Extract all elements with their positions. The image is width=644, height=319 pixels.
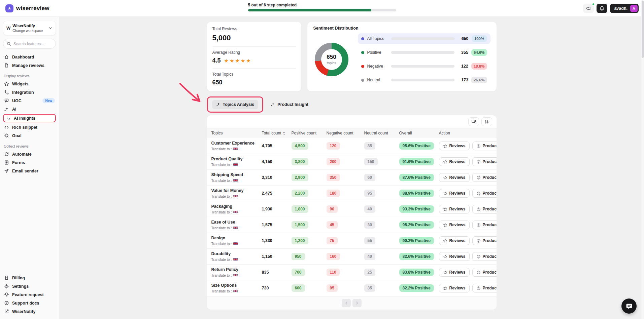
negative-count-pill: 45 <box>327 221 338 229</box>
uk-flag-icon <box>233 163 238 166</box>
total-count: 1,330 <box>262 238 292 243</box>
uk-flag-icon <box>233 195 238 198</box>
products-button[interactable]: Products <box>472 252 497 261</box>
support-chat-button[interactable] <box>621 298 637 314</box>
sidebar-item-settings[interactable]: Settings <box>3 282 56 290</box>
search-input[interactable] <box>13 42 52 46</box>
sidebar-item-wisernotify[interactable]: WiserNotify <box>3 307 56 316</box>
code-icon <box>4 125 9 130</box>
products-button[interactable]: Products <box>472 221 497 229</box>
products-button[interactable]: Products <box>472 142 497 150</box>
tab-topics-analysis[interactable]: Topics Analysis <box>212 100 259 109</box>
sidebar-item-ai-insights[interactable]: AI Insights <box>5 115 54 122</box>
avatar: A <box>630 5 638 12</box>
sentiment-label: Positive <box>367 50 388 55</box>
chevron-right-icon <box>355 301 359 305</box>
sentiment-label: All Topics <box>367 36 388 41</box>
onboarding-progress: 5 out of 6 step completed <box>248 3 396 11</box>
target-circle-icon <box>476 270 481 275</box>
workspace-logo: W <box>6 26 10 31</box>
col-total-count[interactable]: Total count <box>262 131 292 135</box>
uk-flag-icon <box>233 274 238 277</box>
sidebar-item-billing[interactable]: Billing <box>3 274 56 282</box>
reviews-button[interactable]: Reviews <box>439 268 470 277</box>
products-button[interactable]: Products <box>472 205 497 213</box>
target-circle-icon <box>476 239 481 243</box>
products-button[interactable]: Products <box>472 236 497 245</box>
products-button[interactable]: Products <box>472 189 497 198</box>
sidebar-item-manage-reviews[interactable]: Manage reviews <box>3 61 56 70</box>
reviews-button[interactable]: Reviews <box>439 142 470 150</box>
total-reviews-label: Total Reviews <box>212 27 296 31</box>
reviews-button[interactable]: Reviews <box>439 173 470 182</box>
table-search-filter-button[interactable] <box>468 117 479 126</box>
products-button[interactable]: Products <box>472 157 497 166</box>
reviews-button[interactable]: Reviews <box>439 284 470 292</box>
total-count: 835 <box>262 270 292 275</box>
topic-cell: Shipping Speed Translate to : <box>211 172 262 183</box>
workspace-switcher[interactable]: W WiserNotify Change workspace <box>3 21 56 35</box>
uk-flag-icon <box>233 242 238 245</box>
table-row: Shipping Speed Translate to : 3,310 2,90… <box>207 170 497 186</box>
negative-count-pill: 110 <box>327 269 340 276</box>
workspace-texts: WiserNotify Change workspace <box>12 24 46 33</box>
sidebar-item-goal[interactable]: Goal <box>3 131 56 140</box>
negative-count-pill: 350 <box>327 174 340 181</box>
table-sort-button[interactable] <box>481 117 492 126</box>
legend-bullet-icon <box>361 37 364 40</box>
total-count: 2,475 <box>262 191 292 196</box>
sidebar-item-email-sender[interactable]: Email sender <box>3 167 56 175</box>
scrollbar[interactable] <box>641 0 644 319</box>
donut-center: 650 topics <box>321 49 342 70</box>
translate-label: Translate to : <box>211 226 232 230</box>
notifications-button[interactable] <box>597 4 607 13</box>
reviews-button[interactable]: Reviews <box>439 157 470 166</box>
legend-bullet-icon <box>361 65 364 68</box>
reviews-button[interactable]: Reviews <box>439 252 470 261</box>
bulb-icon <box>4 292 9 297</box>
sidebar-item-integration[interactable]: Integration <box>3 88 56 96</box>
reviews-button[interactable]: Reviews <box>439 221 470 229</box>
sidebar-item-ai[interactable]: AI <box>3 105 56 113</box>
sentiment-legend: All Topics 650 100% Positive 355 54.6% N… <box>358 33 490 85</box>
feature-search[interactable] <box>3 39 56 49</box>
previous-page-button[interactable] <box>342 299 351 307</box>
scrollbar-thumb[interactable] <box>642 1 644 58</box>
brand[interactable]: ★ wiserreview <box>5 4 49 12</box>
next-page-button[interactable] <box>352 299 362 307</box>
total-topics-stat: Total Topics 650 <box>212 68 296 90</box>
sentiment-pct-badge: 54.6% <box>471 49 487 56</box>
negative-count-pill: 95 <box>327 284 338 292</box>
tab-product-insight[interactable]: Product Insight <box>267 100 312 109</box>
products-button[interactable]: Products <box>472 284 497 292</box>
table-row: Customer Experience Translate to : 4,705… <box>207 138 497 154</box>
sidebar-item-rich-snippet[interactable]: Rich snippet <box>3 123 56 131</box>
products-button[interactable]: Products <box>472 268 497 277</box>
sentiment-label: Negative <box>367 64 388 69</box>
positive-count-pill: 2,200 <box>292 190 308 197</box>
average-rating-label: Average Rating <box>212 50 296 55</box>
stats-card: Total Reviews 5,000 Average Rating 4.5 ★… <box>207 22 301 91</box>
sidebar-item-feature-request[interactable]: Feature request <box>3 290 56 299</box>
sidebar-item-support-docs[interactable]: Support docs <box>3 299 56 307</box>
reviews-button[interactable]: Reviews <box>439 236 470 245</box>
neutral-count-pill: 55 <box>364 237 375 244</box>
legend-bullet-icon <box>361 51 364 54</box>
brand-name: wiserreview <box>16 5 49 12</box>
sidebar-item-dashboard[interactable]: Dashboard <box>3 53 56 61</box>
sidebar-item-forms[interactable]: Forms <box>3 158 56 167</box>
products-button[interactable]: Products <box>472 173 497 182</box>
sentiment-card: Sentiment Distribution 650 topics All To… <box>307 22 497 91</box>
user-menu[interactable]: avadh. A <box>610 4 639 13</box>
sidebar-item-ugc[interactable]: UGC New <box>3 96 56 105</box>
total-count: 1,930 <box>262 207 292 211</box>
sidebar-item-automate[interactable]: Automate <box>3 150 56 158</box>
sentiment-value: 173 <box>457 78 468 82</box>
total-topics-value: 650 <box>212 79 296 86</box>
sidebar-item-widgets[interactable]: Widgets <box>3 80 56 88</box>
announcements-button[interactable] <box>583 4 594 13</box>
reviews-button[interactable]: Reviews <box>439 189 470 198</box>
reviews-button[interactable]: Reviews <box>439 205 470 213</box>
nav-section-label: Display reviews <box>4 74 55 78</box>
target-circle-icon <box>476 254 481 259</box>
